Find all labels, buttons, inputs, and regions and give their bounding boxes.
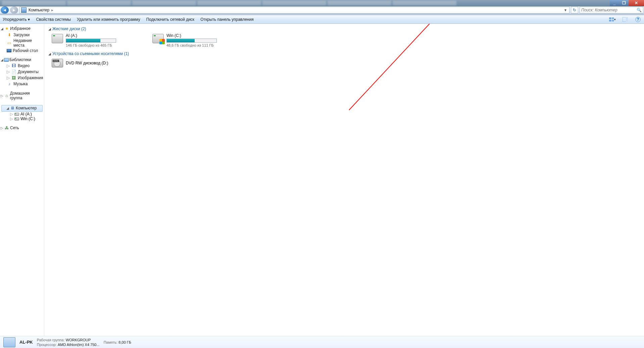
svg-rect-3 bbox=[612, 20, 614, 21]
sidebar-item-recent[interactable]: ▭Недавние места bbox=[0, 38, 44, 48]
breadcrumb-item[interactable]: Компьютер bbox=[27, 8, 51, 12]
window-minimize-button[interactable]: _ bbox=[610, 0, 619, 6]
refresh-button[interactable]: ↻ bbox=[571, 7, 578, 13]
chevron-down-icon: ▾ bbox=[614, 18, 616, 21]
open-control-panel-button[interactable]: Открыть панель управления bbox=[200, 17, 254, 22]
explorer-address-bar: ◄ ► Компьютер ▸ ▾ ↻ 🔍 bbox=[0, 6, 644, 14]
browser-tabstrip: _ ❐ ✕ bbox=[0, 0, 644, 6]
breadcrumb-dropdown[interactable]: ▾ bbox=[563, 8, 568, 12]
homegroup-header[interactable]: ▷⌂Домашняя группа bbox=[0, 91, 44, 101]
download-icon: ⬇ bbox=[7, 32, 12, 38]
favorites-header[interactable]: ◢★Избранное bbox=[0, 26, 44, 32]
window-maximize-button[interactable]: ❐ bbox=[619, 0, 629, 6]
navigation-pane: ◢★Избранное ⬇Загрузки ▭Недавние места Ра… bbox=[0, 24, 44, 336]
sidebar-item-music[interactable]: ♪Музыка bbox=[0, 81, 44, 87]
hard-disk-icon bbox=[52, 34, 63, 43]
removable-devices-header[interactable]: ◢Устройства со съемными носителями (1) bbox=[47, 51, 641, 58]
libraries-header[interactable]: ◢Библиотеки bbox=[0, 57, 44, 63]
svg-rect-1 bbox=[612, 17, 614, 19]
computer-header[interactable]: ◢🖥Компьютер bbox=[1, 105, 43, 112]
map-network-drive-button[interactable]: Подключить сетевой диск bbox=[146, 17, 194, 22]
chevron-right-icon[interactable]: ▸ bbox=[51, 8, 53, 12]
image-icon: 🖼 bbox=[11, 75, 16, 81]
window-close-button[interactable]: ✕ bbox=[629, 0, 644, 6]
search-icon[interactable]: 🔍 bbox=[637, 8, 642, 12]
sidebar-item-desktop[interactable]: Рабочий стол bbox=[0, 48, 44, 53]
drive-usage-bar bbox=[66, 39, 116, 43]
video-icon: 🎞 bbox=[11, 63, 16, 68]
sidebar-item-downloads[interactable]: ⬇Загрузки bbox=[0, 32, 44, 38]
system-properties-button[interactable]: Свойства системы bbox=[36, 17, 71, 22]
network-header[interactable]: ▷🖧Сеть bbox=[0, 125, 44, 131]
dvd-drive-name: DVD RW дисковод (D:) bbox=[66, 61, 108, 65]
dvd-drive-icon: DVD bbox=[52, 59, 63, 67]
organize-button[interactable]: Упорядочить▾ bbox=[3, 17, 30, 22]
library-icon bbox=[4, 58, 9, 62]
drive-usage-bar bbox=[166, 39, 217, 43]
details-computer-name: AL-PK bbox=[19, 340, 33, 345]
details-pane: AL-PK Рабочая группа: WORKGROUP Процессо… bbox=[0, 336, 644, 348]
explorer-toolbar: Упорядочить▾ Свойства системы Удалить ил… bbox=[0, 15, 644, 24]
search-box[interactable]: 🔍 bbox=[580, 7, 643, 13]
computer-icon bbox=[21, 7, 27, 13]
homegroup-icon: ⌂ bbox=[4, 93, 9, 98]
drive-name: Win (C:) bbox=[166, 33, 217, 38]
breadcrumb[interactable]: Компьютер ▸ ▾ bbox=[19, 7, 569, 13]
content-pane: ◢Жесткие диски (2) AI (A:) 146 ГБ свобод… bbox=[44, 24, 644, 336]
disk-icon bbox=[14, 113, 19, 116]
computer-large-icon bbox=[3, 337, 15, 347]
dvd-drive-item[interactable]: DVD DVD RW дисковод (D:) bbox=[47, 58, 138, 67]
recent-icon: ▭ bbox=[7, 40, 12, 46]
drive-item-a[interactable]: AI (A:) 146 ГБ свободно из 465 ГБ bbox=[52, 33, 142, 47]
nav-back-button[interactable]: ◄ bbox=[1, 6, 9, 14]
sidebar-item-documents[interactable]: ▷📄Документы bbox=[0, 69, 44, 75]
search-input[interactable] bbox=[581, 8, 637, 12]
help-button[interactable]: ? bbox=[635, 16, 641, 22]
browser-url-blur bbox=[0, 14, 644, 15]
sidebar-item-drive-c[interactable]: ▷Win (C:) bbox=[0, 116, 44, 121]
computer-icon: 🖥 bbox=[10, 105, 15, 111]
network-icon: 🖧 bbox=[4, 125, 9, 131]
preview-pane-button[interactable] bbox=[622, 16, 629, 22]
desktop-icon bbox=[7, 49, 11, 52]
drive-free-label: 48,6 ГБ свободно из 111 ГБ bbox=[166, 43, 217, 47]
uninstall-program-button[interactable]: Удалить или изменить программу bbox=[77, 17, 140, 22]
drive-name: AI (A:) bbox=[66, 33, 116, 38]
svg-rect-5 bbox=[626, 17, 628, 22]
hard-disks-header[interactable]: ◢Жесткие диски (2) bbox=[47, 26, 641, 33]
svg-rect-2 bbox=[609, 20, 611, 21]
drive-item-c[interactable]: Win (C:) 48,6 ГБ свободно из 111 ГБ bbox=[152, 33, 243, 47]
chevron-down-icon: ▾ bbox=[28, 17, 30, 22]
drive-free-label: 146 ГБ свободно из 465 ГБ bbox=[66, 43, 116, 47]
hard-disk-windows-icon bbox=[152, 34, 164, 43]
sidebar-item-pictures[interactable]: ▷🖼Изображения bbox=[0, 75, 44, 81]
view-options-button[interactable]: ▾ bbox=[609, 16, 616, 22]
svg-rect-0 bbox=[609, 17, 611, 19]
sidebar-item-drive-a[interactable]: ▷AI (A:) bbox=[0, 112, 44, 116]
sidebar-item-videos[interactable]: ▷🎞Видео bbox=[0, 63, 44, 69]
music-icon: ♪ bbox=[7, 81, 12, 87]
nav-forward-button[interactable]: ► bbox=[10, 6, 18, 14]
disk-icon bbox=[14, 117, 19, 120]
document-icon: 📄 bbox=[11, 69, 16, 74]
star-icon: ★ bbox=[4, 26, 9, 31]
